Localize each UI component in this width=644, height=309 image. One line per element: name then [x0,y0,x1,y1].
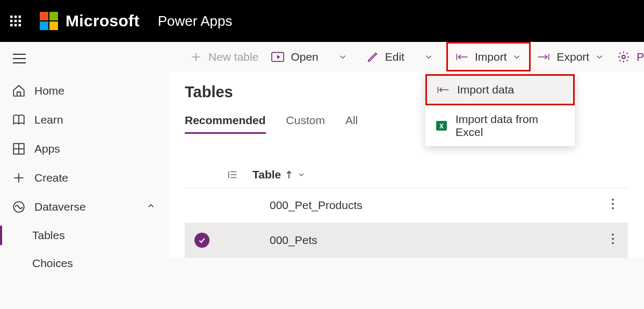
svg-point-40 [612,199,614,201]
svg-rect-7 [15,24,17,27]
column-options-icon[interactable] [227,169,252,181]
nav-label: Apps [34,142,60,155]
row-more-icon[interactable] [611,198,615,213]
import-dropdown: Import data X Import data from Excel [425,74,575,146]
svg-rect-4 [15,20,17,23]
row-name: 000_Pet_Products [270,199,363,212]
nav-create[interactable]: Create [0,163,169,192]
cmd-import[interactable]: Import [446,42,531,71]
nav-collapse-button[interactable] [0,48,169,76]
svg-rect-5 [19,20,21,23]
menu-import-excel[interactable]: X Import data from Excel [425,105,575,146]
svg-point-45 [612,242,614,245]
row-more-icon[interactable] [611,233,615,248]
chevron-down-icon [424,52,433,62]
nav-apps[interactable]: Apps [0,134,169,163]
svg-rect-12 [49,21,58,30]
plus-icon [12,171,26,185]
svg-rect-11 [40,21,48,30]
svg-point-43 [612,234,614,236]
microsoft-logo: Microsoft [40,12,140,30]
tab-recommended[interactable]: Recommended [185,114,266,134]
cmd-export[interactable]: Export [531,42,611,71]
cmd-label: Proper [636,51,644,63]
nav-label: Dataverse [34,200,86,213]
nav-choices[interactable]: Choices [0,249,169,277]
menu-label: Import data [457,83,514,96]
nav-tables[interactable]: Tables [0,221,169,249]
cmd-properties[interactable]: Proper [611,42,644,71]
menu-label: Import data from Excel [455,113,565,139]
svg-rect-3 [10,20,13,23]
nav-dataverse[interactable]: Dataverse [0,192,169,221]
column-table-name[interactable]: Table [252,168,306,181]
book-icon [12,113,26,127]
cmd-label: Edit [385,51,404,63]
app-launcher-icon[interactable] [10,15,21,27]
svg-rect-0 [10,16,13,18]
command-bar: New table Open Edit [169,42,644,71]
left-nav: Home Learn Apps Create Dataverse [0,42,169,309]
nav-label: Home [34,84,64,97]
svg-point-44 [612,238,614,240]
cmd-label: Export [556,51,589,63]
chevron-down-icon [512,52,522,62]
nav-label: Choices [32,257,73,270]
table-header: Table [185,165,628,188]
nav-label: Learn [34,113,63,126]
column-label: Table [252,168,281,181]
cmd-edit-chevron[interactable] [417,42,446,71]
svg-text:X: X [439,123,444,130]
microsoft-logo-icon [40,12,58,30]
cmd-new-table[interactable]: New table [184,42,265,71]
table-row[interactable]: 000_Pet_Products [185,188,628,223]
tab-custom[interactable]: Custom [286,114,325,134]
cmd-open-chevron[interactable] [331,42,360,71]
svg-rect-6 [10,24,13,27]
svg-rect-2 [19,16,21,18]
svg-point-42 [612,207,614,210]
row-selected-icon [194,233,209,248]
cmd-open[interactable]: Open [265,42,324,71]
brand-text: Microsoft [66,12,140,30]
chevron-down-icon [297,170,306,179]
nav-learn[interactable]: Learn [0,105,169,134]
apps-icon [12,142,26,156]
chevron-down-icon [338,52,348,62]
sort-asc-icon [285,170,293,179]
nav-label: Create [34,171,68,184]
dataverse-icon [12,200,26,214]
table-row[interactable]: 000_Pets [185,223,628,258]
cmd-edit[interactable]: Edit [360,42,411,71]
tab-all[interactable]: All [345,114,358,134]
chevron-down-icon [595,52,604,62]
chevron-up-icon [146,200,156,213]
cmd-label: Import [475,51,507,63]
app-name: Power Apps [158,13,233,30]
svg-rect-9 [40,12,48,20]
svg-rect-8 [19,24,21,27]
cmd-label: Open [291,51,318,63]
svg-point-41 [612,203,614,205]
menu-import-data[interactable]: Import data [425,74,575,105]
content-area: New table Open Edit [169,42,644,309]
cmd-label: New table [208,51,258,63]
row-name: 000_Pets [270,234,317,247]
nav-home[interactable]: Home [0,76,169,105]
svg-rect-10 [49,12,58,20]
svg-rect-1 [15,16,17,18]
global-header: Microsoft Power Apps [0,0,644,42]
svg-point-30 [622,55,625,59]
home-icon [12,84,26,98]
nav-label: Tables [32,229,65,242]
